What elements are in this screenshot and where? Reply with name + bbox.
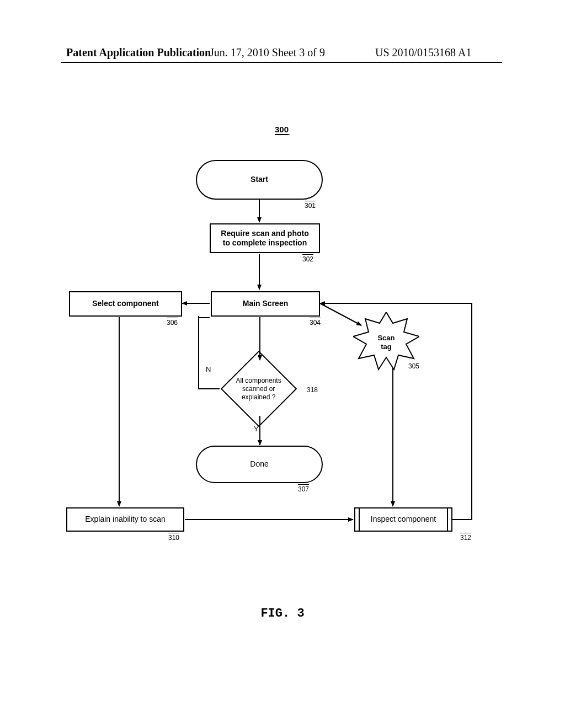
- require-label: Require scan and photo to complete inspe…: [221, 229, 308, 248]
- figure-caption: FIG. 3: [0, 607, 565, 620]
- main-screen-ref: 304: [310, 318, 321, 326]
- select-component-label: Select component: [92, 299, 159, 309]
- header-center: Jun. 17, 2010 Sheet 3 of 9: [210, 46, 325, 59]
- require-node: Require scan and photo to complete inspe…: [210, 223, 320, 253]
- explain-label: Explain inability to scan: [85, 515, 166, 524]
- start-node: Start: [196, 160, 323, 200]
- done-node: Done: [196, 446, 323, 483]
- decision-ref: 318: [307, 386, 318, 394]
- require-ref: 302: [302, 254, 313, 263]
- inspect-label: Inspect component: [371, 515, 436, 524]
- start-label: Start: [250, 175, 268, 185]
- decision-yes-label: Y: [254, 425, 259, 433]
- figure-reference-underline: [275, 135, 290, 135]
- header-left: Patent Application Publication: [66, 46, 211, 59]
- figure-reference-number: 300: [275, 125, 289, 135]
- start-ref: 301: [305, 201, 316, 210]
- header-right: US 2010/0153168 A1: [375, 46, 471, 59]
- inspect-ref: 312: [460, 533, 471, 542]
- header-divider: [61, 62, 502, 63]
- scan-tag-label: Scan tag: [377, 334, 395, 352]
- explain-ref: 310: [168, 533, 179, 542]
- decision-label: All components scanned or explained ?: [233, 377, 285, 402]
- main-screen-label: Main Screen: [243, 299, 288, 309]
- main-screen-node: Main Screen: [211, 291, 320, 317]
- inspect-node: Inspect component: [354, 507, 452, 532]
- explain-node: Explain inability to scan: [66, 507, 184, 532]
- done-label: Done: [250, 459, 268, 469]
- done-ref: 307: [298, 484, 309, 493]
- decision-no-label: N: [206, 365, 211, 373]
- select-component-ref: 306: [167, 318, 178, 326]
- scan-tag-ref: 305: [408, 362, 419, 370]
- select-component-node: Select component: [69, 291, 182, 317]
